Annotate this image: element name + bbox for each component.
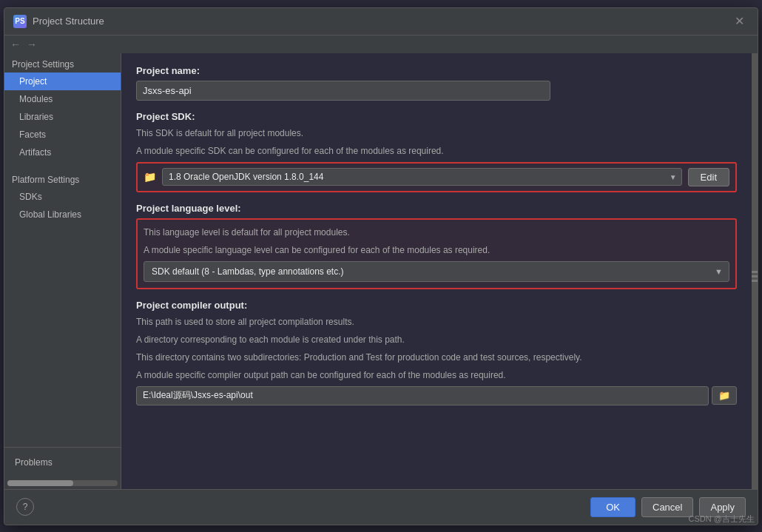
dialog-icon: PS xyxy=(13,15,27,28)
footer: ? OK Cancel Apply xyxy=(4,489,758,525)
lang-desc1: This language level is default for all p… xyxy=(144,226,729,239)
dialog-body: Project Settings Project Modules Librari… xyxy=(4,53,758,489)
nav-arrows: ← → xyxy=(4,36,758,53)
sdk-chevron-icon: ▼ xyxy=(670,173,677,181)
watermark: CSDN @吉士先生 xyxy=(689,514,755,525)
project-sdk-label: Project SDK: xyxy=(136,111,737,122)
project-name-label: Project name: xyxy=(136,65,737,76)
language-level-inner: This language level is default for all p… xyxy=(144,226,729,282)
compiler-desc1: This path is used to store all project c… xyxy=(136,315,737,329)
project-sdk-group: Project SDK: This SDK is default for all… xyxy=(136,111,737,192)
right-edge-panel xyxy=(752,53,758,489)
project-settings-group-label: Project Settings xyxy=(4,53,121,73)
forward-button[interactable]: → xyxy=(27,38,37,50)
sidebar-scrollbar[interactable] xyxy=(7,480,118,486)
compiler-desc2: A directory corresponding to each module… xyxy=(136,333,737,346)
compiler-desc4: A module specific compiler output path c… xyxy=(136,368,737,382)
close-button[interactable]: ✕ xyxy=(730,14,749,29)
sidebar-item-project[interactable]: Project xyxy=(4,73,121,90)
back-button[interactable]: ← xyxy=(10,38,21,50)
sidebar-item-sdks[interactable]: SDKs xyxy=(4,188,121,206)
project-language-label: Project language level: xyxy=(136,203,737,214)
sidebar-item-modules[interactable]: Modules xyxy=(4,90,121,108)
language-level-dropdown[interactable]: SDK default (8 - Lambdas, type annotatio… xyxy=(144,261,729,282)
project-sdk-desc2: A module specific SDK can be configured … xyxy=(136,144,737,158)
help-button[interactable]: ? xyxy=(16,498,34,516)
lang-desc2: A module specific language level can be … xyxy=(144,243,729,257)
sidebar-scrollbar-thumb xyxy=(7,480,73,486)
project-sdk-desc1: This SDK is default for all project modu… xyxy=(136,127,737,140)
project-name-input[interactable] xyxy=(136,81,550,101)
sdk-dropdown[interactable]: 1.8 Oracle OpenJDK version 1.8.0_144 ▼ xyxy=(162,168,682,186)
platform-settings-group-label: Platform Settings xyxy=(4,169,121,188)
dialog-title: Project Structure xyxy=(33,16,104,27)
edit-sdk-button[interactable]: Edit xyxy=(688,168,729,186)
sidebar-item-facets[interactable]: Facets xyxy=(4,126,121,144)
compiler-desc3: This directory contains two subdirectori… xyxy=(136,351,737,364)
language-chevron-icon: ▼ xyxy=(715,267,723,276)
project-language-group: Project language level: This language le… xyxy=(136,203,737,289)
compiler-output-folder-button[interactable]: 📁 xyxy=(712,386,737,405)
sidebar-item-problems[interactable]: Problems xyxy=(12,454,113,471)
compiler-output-group: Project compiler output: This path is us… xyxy=(136,300,737,405)
sidebar-item-libraries[interactable]: Libraries xyxy=(4,108,121,126)
cancel-button[interactable]: Cancel xyxy=(641,497,693,517)
sidebar-item-artifacts[interactable]: Artifacts xyxy=(4,144,121,161)
right-edge-marks xyxy=(752,271,758,282)
sdk-row: 📁 1.8 Oracle OpenJDK version 1.8.0_144 ▼… xyxy=(136,162,737,192)
compiler-output-label: Project compiler output: xyxy=(136,300,737,311)
sidebar-item-global-libraries[interactable]: Global Libraries xyxy=(4,206,121,223)
title-bar: PS Project Structure ✕ xyxy=(4,8,758,36)
compiler-output-path-input[interactable] xyxy=(136,386,709,405)
sdk-value: 1.8 Oracle OpenJDK version 1.8.0_144 xyxy=(169,172,323,182)
compiler-output-path-row: 📁 xyxy=(136,386,737,405)
language-level-section: This language level is default for all p… xyxy=(136,218,737,289)
project-name-group: Project name: xyxy=(136,65,737,101)
ok-button[interactable]: OK xyxy=(590,497,635,517)
main-content: Project name: Project SDK: This SDK is d… xyxy=(121,53,752,489)
sidebar: Project Settings Project Modules Librari… xyxy=(4,53,121,489)
language-level-value: SDK default (8 - Lambdas, type annotatio… xyxy=(152,266,343,277)
sdk-folder-icon: 📁 xyxy=(144,171,156,183)
